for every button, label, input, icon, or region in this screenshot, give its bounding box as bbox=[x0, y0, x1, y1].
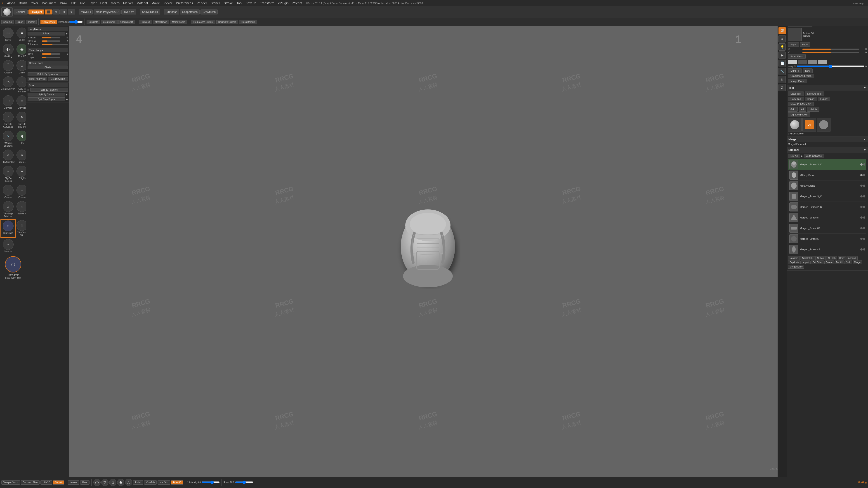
auto-collapse-btn[interactable]: Auto Collapse bbox=[804, 154, 825, 158]
brush-icon-4[interactable]: ⬟ bbox=[117, 479, 124, 486]
clay-tub-btn[interactable]: ClayTub bbox=[144, 480, 157, 485]
menu-layer[interactable]: Layer bbox=[89, 1, 96, 5]
subtool-item-0[interactable]: Merged_Extract3_Cl bbox=[788, 159, 866, 170]
menu-marker[interactable]: Marker bbox=[123, 1, 133, 5]
brush-crease[interactable]: ⌒ Crease bbox=[0, 59, 16, 75]
delete-symmetry-btn[interactable]: Delete By Symmetry bbox=[28, 72, 68, 76]
grabdoc-btn[interactable]: GrabDocAndDepth bbox=[788, 74, 814, 78]
brush-selwa[interactable]: ⬡ SelWa_A bbox=[16, 200, 26, 219]
groups-split-btn[interactable]: Groups Split bbox=[119, 20, 135, 24]
menu-stencil[interactable]: Stencil bbox=[211, 1, 220, 5]
menu-render[interactable]: Render bbox=[197, 1, 207, 5]
group-loops-title[interactable]: Group Loops bbox=[28, 61, 68, 65]
menu-material[interactable]: Material bbox=[136, 1, 148, 5]
visible-btn[interactable]: Visible bbox=[807, 107, 819, 111]
del-all-btn[interactable]: Del All bbox=[835, 260, 844, 264]
menu-draw[interactable]: Draw bbox=[60, 1, 67, 5]
autoset-btn[interactable]: AutoSet Dir bbox=[800, 256, 815, 260]
brush-trimdeck[interactable]: ⬛ TrimDeck Slic bbox=[16, 219, 26, 238]
oyn-mesh-btn[interactable]: OynMesh3D bbox=[40, 20, 57, 24]
merge-visible-btn[interactable]: MergeVisible bbox=[170, 20, 187, 24]
brush-move[interactable]: ⊕ Move bbox=[0, 27, 16, 42]
menu-picker[interactable]: Picker bbox=[163, 1, 172, 5]
brush-clay[interactable]: ◖ Clay bbox=[16, 130, 26, 148]
split-st-btn[interactable]: Split bbox=[844, 260, 852, 264]
menu-zplugin[interactable]: ZPlugin bbox=[278, 1, 288, 5]
snap-mesh-btn[interactable]: SnaperMesh bbox=[180, 9, 199, 14]
show-pt-btn[interactable]: ShowIt bbox=[53, 480, 64, 485]
all-low-btn[interactable]: All Low bbox=[815, 256, 826, 260]
rename-btn[interactable]: Rename bbox=[788, 256, 800, 260]
list-all-btn[interactable]: List All bbox=[788, 154, 800, 158]
grow-mesh-btn[interactable]: GrowMesh bbox=[200, 9, 218, 14]
brush-curveto-imm[interactable]: ↻ CurveTo IMM Pri bbox=[16, 111, 26, 129]
brush-zmodels[interactable]: 🔧 ZModels Snakehk bbox=[0, 130, 16, 148]
invert-vs-btn[interactable]: Invert Vs bbox=[121, 9, 136, 14]
menu-zscript[interactable]: ZScript bbox=[292, 1, 302, 5]
delete-st-btn[interactable]: Delete bbox=[825, 260, 834, 264]
duplicate-st-btn[interactable]: Duplicate bbox=[788, 260, 801, 264]
make-polymesh-btn[interactable]: Make PolyMesh3D bbox=[94, 9, 121, 14]
menu-preferences[interactable]: Preferences bbox=[176, 1, 193, 5]
tool-icon-btn[interactable]: 🔧 bbox=[778, 68, 786, 75]
menu-tool[interactable]: Tool bbox=[237, 1, 242, 5]
color-swatch-1[interactable] bbox=[788, 60, 797, 64]
size-title[interactable]: Size bbox=[28, 84, 68, 88]
mergevis-btn[interactable]: MergeVisible bbox=[788, 265, 804, 269]
group-invisible-btn[interactable]: GroupInvisible bbox=[48, 77, 68, 81]
lightbox-tools-btn[interactable]: Lightbox▶Tools bbox=[788, 112, 810, 117]
rotate-mode-btn[interactable]: ↺ bbox=[68, 9, 75, 14]
merge-st-btn[interactable]: Merge bbox=[852, 260, 862, 264]
flipv-btn[interactable]: FlipV bbox=[800, 42, 810, 47]
brush-curveto3[interactable]: ⤴ CurveTo CurveLas bbox=[0, 111, 16, 129]
tool-thumb-3[interactable] bbox=[817, 118, 831, 131]
decimate-btn[interactable]: Decimate Current bbox=[216, 20, 238, 24]
inflate-btn[interactable]: Inflate bbox=[28, 32, 65, 35]
import-st-btn[interactable]: Import bbox=[801, 260, 811, 264]
brush-smooth[interactable]: ~ Smooth bbox=[0, 238, 16, 254]
zplugin-icon-btn[interactable]: Z bbox=[778, 84, 786, 91]
brush-mrgb[interactable]: ● MRGb bbox=[16, 27, 26, 42]
menu-light[interactable]: Light bbox=[100, 1, 107, 5]
texture-thumbnail[interactable] bbox=[788, 28, 802, 41]
brush-curveto2[interactable]: ↭ CurveTo bbox=[16, 94, 26, 110]
subtool-lock-0[interactable] bbox=[863, 163, 865, 166]
draw3d-btn[interactable]: Draw3D bbox=[171, 480, 183, 485]
menu-movie[interactable]: Movie bbox=[151, 1, 160, 5]
brush-lbs[interactable]: ◉ LBS_Chi bbox=[16, 165, 26, 184]
inverse-btn[interactable]: Inverse bbox=[68, 480, 79, 485]
subtool-item-5[interactable]: Merged_Extracts bbox=[788, 213, 866, 223]
del-other-btn[interactable]: Del Other bbox=[811, 260, 824, 264]
menu-brush[interactable]: Brush bbox=[19, 1, 27, 5]
brush-morpht[interactable]: ◈ MorphT bbox=[16, 43, 26, 59]
brush-icon-1[interactable]: ◯ bbox=[93, 479, 101, 486]
tool-thumb-2[interactable]: Cyl bbox=[802, 118, 816, 131]
mapgrid-btn[interactable]: MapGrid bbox=[158, 480, 170, 485]
blur-mesh-btn[interactable]: BlurMesh bbox=[164, 9, 180, 14]
scale-mode-btn[interactable]: ⊞ bbox=[60, 9, 67, 14]
copy-tool-btn[interactable]: Copy Tool bbox=[788, 97, 804, 101]
wrap-slider[interactable] bbox=[797, 65, 865, 68]
load-tool-btn[interactable]: Load Tool bbox=[788, 92, 804, 96]
brush-trimcircle[interactable]: ○ TrimCircle bbox=[0, 219, 16, 238]
fix-mesh-btn[interactable]: Fix Mesh bbox=[139, 20, 152, 24]
color-swatch-4[interactable] bbox=[818, 60, 827, 64]
append-btn[interactable]: Append bbox=[846, 256, 857, 260]
focal-shift-slider[interactable] bbox=[235, 481, 253, 484]
export-btn[interactable]: Export bbox=[15, 20, 25, 24]
menu-document[interactable]: Document bbox=[42, 1, 56, 5]
subtool-item-8[interactable]: Merged_Extracts2 bbox=[788, 244, 866, 255]
resolution-slider[interactable] bbox=[69, 21, 83, 23]
color-swatch-3[interactable] bbox=[808, 60, 817, 64]
copy-st-btn[interactable]: Copy bbox=[838, 256, 846, 260]
press-borders-btn[interactable]: Press Borders bbox=[239, 20, 257, 24]
all-high-btn[interactable]: All High bbox=[826, 256, 837, 260]
texture-icon-btn[interactable]: 🖼 bbox=[778, 27, 786, 34]
pre-process-btn[interactable]: Pre-process Current bbox=[191, 20, 215, 24]
brush-icon-5[interactable]: △ bbox=[125, 479, 132, 486]
export-tool-btn[interactable]: Export bbox=[818, 97, 830, 101]
save-as-btn[interactable]: Save As bbox=[1, 20, 14, 24]
duplicate-btn[interactable]: Duplicate bbox=[87, 20, 100, 24]
image-plane-btn[interactable]: Image Plane bbox=[788, 79, 807, 84]
render-icon-btn[interactable]: ▶ bbox=[778, 52, 786, 59]
